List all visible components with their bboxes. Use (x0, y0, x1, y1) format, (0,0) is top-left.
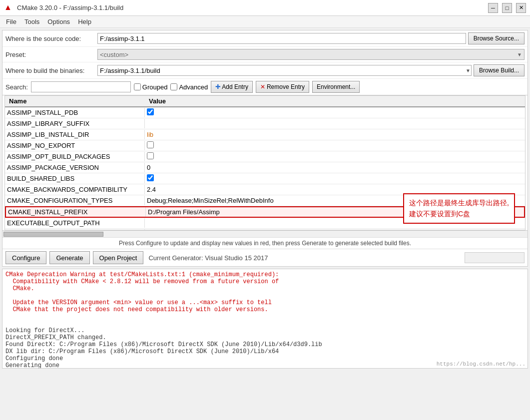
table-row[interactable]: ASSIMP_INSTALL_PDB (5, 107, 525, 118)
preset-dropdown-arrow: ▼ (517, 52, 522, 57)
source-row: Where is the source code: Browse Source.… (2, 30, 528, 47)
source-input[interactable] (97, 33, 466, 44)
col-name-header: Name (7, 97, 147, 105)
table-row[interactable]: ASSIMP_NO_EXPORT (5, 140, 525, 151)
preset-dropdown[interactable]: <custom> ▼ (97, 49, 525, 60)
add-entry-label: Add Entry (222, 83, 248, 90)
add-icon: ✛ (215, 83, 220, 90)
log-line-1: CMake Deprecation Warning at test/CMakeL… (5, 271, 525, 278)
hscroll-thumb[interactable] (3, 232, 103, 237)
menu-options[interactable]: Options (43, 17, 74, 26)
generator-label: Current Generator: Visual Studio 15 2017 (148, 254, 268, 262)
preset-row: Preset: <custom> ▼ (2, 47, 528, 62)
preset-value: <custom> (100, 51, 128, 58)
advanced-checkbox[interactable] (170, 83, 177, 90)
extra-field (465, 252, 525, 263)
watermark: https://blog.csdn.net/hp... (437, 361, 526, 367)
cmake-table: Name Value ASSIMP_INSTALL_PDB ASSIMP_LIB… (4, 95, 526, 230)
configure-button[interactable]: Configure (5, 251, 46, 264)
window-title: CMake 3.20.0 - F:/assimp-3.1.1/build (17, 4, 488, 11)
log-line-9: Looking for DirectX... (5, 327, 525, 334)
build-row: Where to build the binaries: ▼ Browse Bu… (2, 62, 528, 79)
row-name: CMAKE_INSTALL_PREFIX (6, 207, 146, 217)
log-line-6: CMake that the project does not need com… (5, 306, 525, 313)
checkbox-assimp-opt-build[interactable] (147, 152, 154, 159)
annotation-line1: 这个路径是最终生成库导出路径, (409, 197, 509, 208)
row-value (145, 107, 525, 118)
table-row[interactable]: ASSIMP_OPT_BUILD_PACKAGES (5, 151, 525, 162)
log-line-8 (5, 320, 525, 327)
menu-bar: File Tools Options Help (0, 16, 530, 28)
table-row[interactable]: ASSIMP_LIB_INSTALL_DIR lib (5, 129, 525, 140)
checkbox-assimp-install-pdb[interactable] (147, 108, 154, 115)
menu-help[interactable]: Help (74, 17, 95, 26)
table-row[interactable]: LIBRARY_OUTPUT_PATH (5, 229, 525, 230)
checkbox-build-shared-libs[interactable] (147, 174, 154, 181)
browse-source-button[interactable]: Browse Source... (468, 32, 525, 44)
build-label: Where to build the binaries: (5, 67, 95, 74)
browse-build-button[interactable]: Browse Build... (474, 64, 525, 76)
preset-label: Preset: (5, 51, 95, 58)
log-line-5: Update the VERSION argument <min> value … (5, 299, 525, 306)
menu-tools[interactable]: Tools (20, 17, 43, 26)
add-entry-button[interactable]: ✛ Add Entry (211, 81, 253, 93)
log-line-12: DX lib dir: C:/Program Files (x86)/Micro… (5, 348, 525, 355)
menu-file[interactable]: File (2, 17, 20, 26)
remove-entry-label: Remove Entry (267, 83, 305, 90)
row-value (145, 151, 525, 162)
row-name: EXECUTABLE_OUTPUT_PATH (5, 218, 145, 228)
annotation-line2: 建议不要设置到C盘 (409, 208, 509, 219)
environment-button[interactable]: Environment... (312, 81, 360, 93)
title-bar: ▲ CMake 3.20.0 - F:/assimp-3.1.1/build ─… (0, 0, 530, 16)
table-row[interactable]: ASSIMP_PACKAGE_VERSION 0 (5, 162, 525, 173)
row-name: ASSIMP_PACKAGE_VERSION (5, 163, 145, 172)
search-input[interactable] (31, 81, 131, 92)
row-value: lib (145, 130, 525, 139)
col-value-header: Value (147, 97, 523, 105)
log-line-4 (5, 292, 525, 299)
advanced-label: Advanced (179, 83, 208, 91)
source-label: Where is the source code: (5, 35, 95, 42)
row-name: ASSIMP_OPT_BUILD_PACKAGES (5, 152, 145, 161)
row-value (145, 173, 525, 184)
app-icon: ▲ (4, 3, 14, 13)
table-row[interactable]: ASSIMP_LIBRARY_SUFFIX (5, 118, 525, 129)
remove-entry-button[interactable]: ✕ Remove Entry (256, 81, 309, 93)
search-label: Search: (5, 83, 28, 91)
row-name: ASSIMP_INSTALL_PDB (5, 108, 145, 117)
horizontal-scrollbar[interactable] (2, 230, 528, 237)
grouped-label: Grouped (142, 83, 168, 91)
generate-button[interactable]: Generate (49, 251, 89, 264)
log-line-10: DirectX_PREFIX_PATH changed. (5, 334, 525, 341)
row-name: ASSIMP_NO_EXPORT (5, 141, 145, 150)
log-line-11: Found DirectX: C:/Program Files (x86)/Mi… (5, 341, 525, 348)
grouped-checkbox-label[interactable]: Grouped (134, 83, 168, 91)
row-value (145, 140, 525, 151)
close-btn[interactable]: ✕ (516, 3, 526, 13)
restore-btn[interactable]: □ (502, 3, 512, 13)
status-message: Press Configure to update and display ne… (119, 240, 411, 247)
annotation-bubble: 这个路径是最终生成库导出路径, 建议不要设置到C盘 (403, 193, 515, 224)
bottom-btn-row: Configure Generate Open Project Current … (2, 249, 528, 266)
advanced-checkbox-label[interactable]: Advanced (170, 83, 208, 91)
row-name: BUILD_SHARED_LIBS (5, 174, 145, 183)
row-name: CMAKE_BACKWARDS_COMPATIBILITY (5, 185, 145, 194)
table-header: Name Value (5, 96, 525, 107)
table-row[interactable]: BUILD_SHARED_LIBS (5, 173, 525, 184)
minimize-btn[interactable]: ─ (488, 3, 498, 13)
toolbar-row: Search: Grouped Advanced ✛ Add Entry ✕ R… (2, 79, 528, 95)
checkbox-assimp-no-export[interactable] (147, 141, 154, 148)
remove-icon: ✕ (260, 83, 265, 90)
row-value (145, 123, 525, 125)
row-value: 0 (145, 163, 525, 172)
window-controls: ─ □ ✕ (488, 3, 526, 13)
row-name: LIBRARY_OUTPUT_PATH (5, 229, 145, 230)
build-dropdown-arrow: ▼ (466, 68, 471, 73)
build-input[interactable] (97, 65, 472, 76)
row-name: CMAKE_CONFIGURATION_TYPES (5, 196, 145, 205)
main-panel: Where is the source code: Browse Source.… (2, 30, 528, 267)
log-line-7 (5, 313, 525, 320)
grouped-checkbox[interactable] (134, 83, 141, 90)
log-area[interactable]: CMake Deprecation Warning at test/CMakeL… (2, 269, 528, 369)
open-project-button[interactable]: Open Project (93, 251, 144, 264)
